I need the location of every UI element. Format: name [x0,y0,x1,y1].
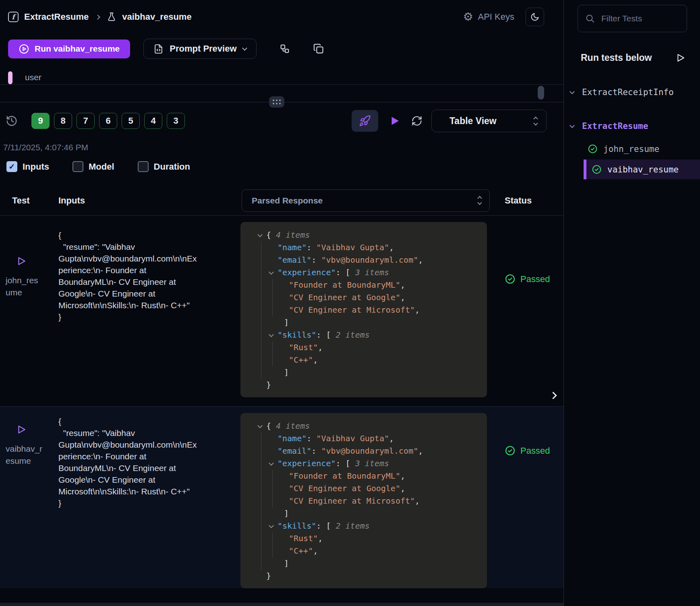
runs-row: 9876543 Table Vi [0,110,563,132]
copy-icon [313,43,324,54]
play-button[interactable] [389,115,401,127]
role-label: user [25,73,41,82]
filter-toggle-model[interactable]: Model [72,161,114,172]
column-header-test: Test [0,195,52,206]
status-badge: Passed [520,274,550,284]
inputs-cell: { "resume": "Vaibhav Gupta\nvbv@boundary… [52,407,236,509]
filter-tests-box[interactable] [578,5,687,32]
gear-icon: ⚙ [463,11,473,23]
collapse-chevron-icon[interactable] [257,423,263,428]
collapse-chevron-icon[interactable] [269,461,274,466]
run-chip-9[interactable]: 9 [31,113,50,129]
inputs-json: { "resume": "Vaibhav Gupta\nvbv@boundary… [58,415,200,509]
run-chip-8[interactable]: 8 [54,113,72,129]
copy-button[interactable] [313,43,324,54]
json-viewer: { 4 items"name": "Vaibhav Gupta","email"… [240,222,487,397]
test-item-label: john_resume [603,144,659,154]
filter-toggle-inputs[interactable]: ✓Inputs [6,161,49,172]
run-tests-below-button[interactable]: Run tests below [581,52,686,63]
play-circle-icon [19,44,29,54]
run-row-button[interactable] [16,256,27,266]
test-group-ExtractReceiptInfo[interactable]: ExtractReceiptInfo [570,87,687,97]
collapse-chevron-icon[interactable] [269,270,274,275]
view-mode-label: Table View [449,116,497,127]
expand-panel-chevron[interactable] [551,389,563,401]
run-test-label: Run vaibhav_resume [35,44,120,54]
parsed-response-select[interactable]: Parsed Response [242,189,490,212]
vertical-scrollbar-thumb[interactable] [538,86,544,100]
horizontal-scrollbar[interactable] [0,603,563,606]
check-circle-icon [505,445,516,456]
prompt-preview-select[interactable]: Prompt Preview [143,39,256,59]
moon-icon [530,12,540,22]
chevrons-up-down-icon [478,197,481,204]
test-name: john_resume [6,274,43,299]
run-chip-3[interactable]: 3 [167,113,185,129]
test-cell: vaibhav_resume [0,407,52,467]
view-mode-select[interactable]: Table View [431,110,547,132]
chevron-right-icon [95,15,100,20]
refresh-button[interactable] [411,115,422,127]
history-icon[interactable] [6,115,18,127]
test-item-label: vaibhav_resume [607,165,679,174]
chevron-down-icon [242,46,247,51]
run-row-button[interactable] [16,424,27,435]
chevron-down-icon [570,123,575,128]
file-code-icon [153,44,164,54]
test-group-ExtractResume[interactable]: ExtractResume [570,121,687,131]
table-row-vaibhav_resume[interactable]: vaibhav_resume { "resume": "Vaibhav Gupt… [0,406,563,588]
table-row-john_resume[interactable]: john_resume { "resume": "Vaibhav Gupta\n… [0,216,563,406]
checkbox-checked[interactable]: ✓ [6,161,17,172]
run-chip-4[interactable]: 4 [144,113,162,129]
collapse-chevron-icon[interactable] [269,332,274,337]
toolbar: Run vaibhav_resume Prompt Preview [0,39,563,59]
breadcrumb-test[interactable]: vaibhav_resume [122,12,191,22]
check-circle-icon [505,274,516,284]
filter-tests-input[interactable] [601,14,670,23]
prompt-preview-label: Prompt Preview [170,44,236,54]
run-chip-5[interactable]: 5 [122,113,140,129]
column-header-status: Status [489,195,563,206]
chevron-down-icon [570,89,575,94]
run-chip-7[interactable]: 7 [77,113,95,129]
filter-label: Duration [154,162,190,172]
collapse-chevron-icon[interactable] [257,232,263,237]
top-right-actions: ⚙ API Keys [463,8,544,26]
test-item-vaibhav_resume[interactable]: vaibhav_resume [584,160,700,179]
run-chip-6[interactable]: 6 [99,113,117,129]
api-keys-button[interactable]: ⚙ API Keys [463,11,514,23]
test-item-john_resume[interactable]: john_resume [588,144,687,154]
prompt-role-row[interactable]: user [0,70,563,85]
breadcrumb-app[interactable]: ExtractResume [24,12,89,22]
play-outline-icon [675,53,686,63]
results-rows: john_resume { "resume": "Vaibhav Gupta\n… [0,216,563,588]
status-cell: Passed [489,407,563,456]
test-tree: ExtractReceiptInfoExtractResumejohn_resu… [570,87,687,179]
test-cell: john_resume [0,216,52,299]
json-tree: { 4 items"name": "Vaibhav Gupta","email"… [249,229,479,391]
collapse-chevron-icon[interactable] [269,523,274,528]
breadcrumb: f ExtractResume vaibhav_resume [8,12,192,22]
play-outline-icon [16,256,27,266]
panel-resize-handle[interactable] [269,96,284,108]
flask-icon [107,12,116,22]
test-group-label: ExtractResume [582,121,648,131]
checkbox-unchecked[interactable] [72,161,83,172]
results-table-header: Test Inputs Parsed Response Status [0,186,563,216]
checkbox-unchecked[interactable] [138,161,149,172]
chevron-right-icon [549,392,557,399]
rocket-button[interactable] [352,110,378,132]
play-icon [389,115,401,127]
json-tree: { 4 items"name": "Vaibhav Gupta","email"… [249,420,479,582]
theme-toggle-button[interactable] [526,8,544,26]
run-tests-below-label: Run tests below [581,52,652,63]
filter-toggle-duration[interactable]: Duration [138,161,190,172]
prompt-section: user [0,70,563,102]
run-test-button[interactable]: Run vaibhav_resume [8,39,130,58]
run-timestamp: 7/11/2025, 4:07:46 PM [0,143,563,152]
inputs-json: { "resume": "Vaibhav Gupta\nvbv@boundary… [58,229,200,323]
check-circle-icon [588,144,598,154]
status-badge: Passed [520,446,550,456]
test-group-label: ExtractReceiptInfo [582,87,674,97]
workflow-button[interactable] [279,43,290,54]
